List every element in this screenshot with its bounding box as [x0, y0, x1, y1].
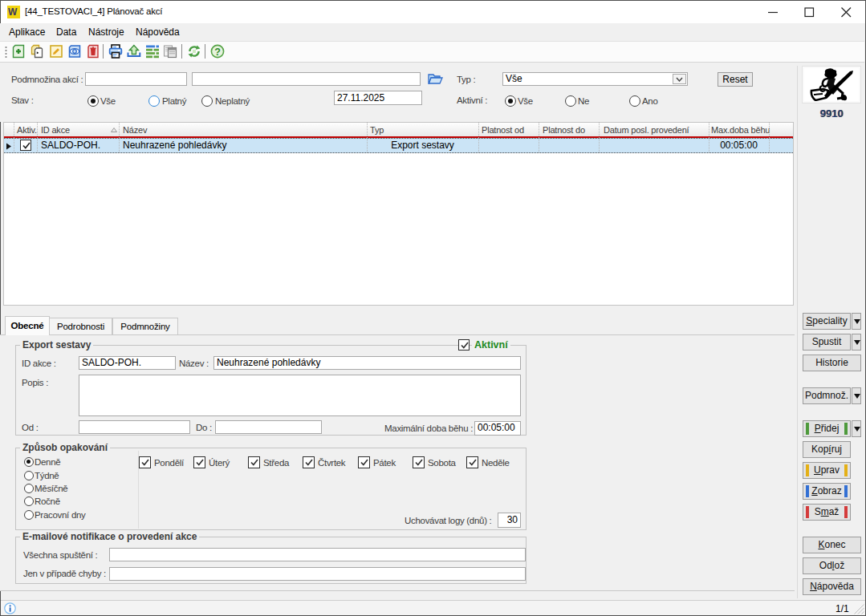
svg-text:?: ? [214, 47, 221, 58]
